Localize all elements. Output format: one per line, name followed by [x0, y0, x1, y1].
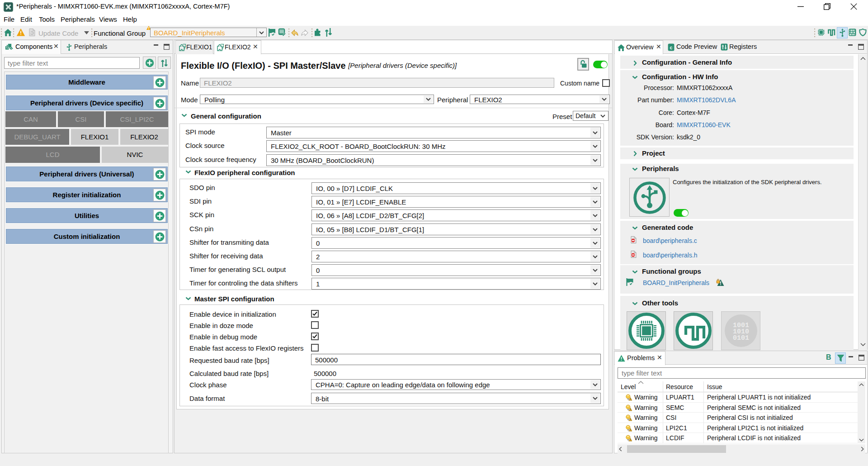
- svg-text:c: c: [670, 45, 673, 50]
- svg-text:0101: 0101: [733, 334, 749, 342]
